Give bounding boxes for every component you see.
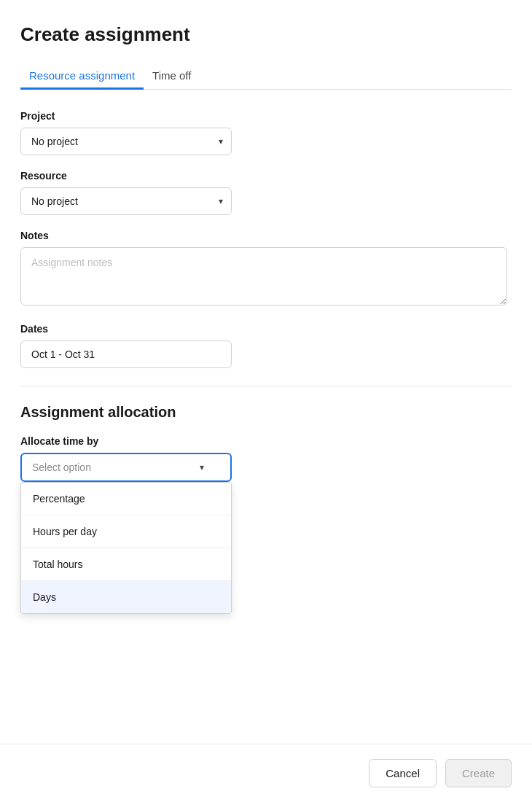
page-container: Create assignment Resource assignment Ti… — [0, 0, 532, 802]
dropdown-item-hours-per-day[interactable]: Hours per day — [21, 515, 231, 548]
dropdown-item-days[interactable]: Days — [21, 581, 231, 613]
allocate-dropdown-wrapper: Select option ▾ Percentage Hours per day… — [20, 453, 232, 482]
resource-select-wrapper: No project ▾ — [20, 187, 232, 215]
resource-section: Resource No project ▾ — [20, 170, 512, 215]
allocation-title: Assignment allocation — [20, 404, 512, 421]
tabs-container: Resource assignment Time off — [20, 63, 512, 90]
page-title: Create assignment — [20, 23, 512, 46]
tab-time-off[interactable]: Time off — [144, 63, 200, 90]
resource-label: Resource — [20, 170, 512, 182]
allocation-section: Assignment allocation Allocate time by S… — [20, 404, 512, 482]
project-section: Project No project ▾ — [20, 110, 512, 155]
allocate-time-section: Allocate time by Select option ▾ Percent… — [20, 435, 512, 482]
dropdown-chevron-icon: ▾ — [200, 462, 204, 472]
dropdown-placeholder-text: Select option — [32, 462, 91, 473]
project-label: Project — [20, 110, 512, 122]
section-divider — [20, 386, 512, 386]
notes-textarea[interactable] — [20, 247, 507, 305]
project-select-wrapper: No project ▾ — [20, 128, 232, 155]
notes-label: Notes — [20, 230, 512, 241]
allocate-time-label: Allocate time by — [20, 435, 512, 447]
cancel-button[interactable]: Cancel — [369, 759, 437, 787]
dropdown-item-total-hours[interactable]: Total hours — [21, 548, 231, 581]
footer: Cancel Create — [0, 744, 532, 802]
dates-label: Dates — [20, 323, 512, 335]
notes-section: Notes — [20, 230, 512, 308]
create-button[interactable]: Create — [445, 759, 512, 787]
tab-resource-assignment[interactable]: Resource assignment — [20, 63, 144, 90]
project-select[interactable]: No project — [20, 128, 232, 155]
dates-section: Dates — [20, 323, 512, 368]
resource-select[interactable]: No project — [20, 187, 232, 215]
dropdown-item-percentage[interactable]: Percentage — [21, 483, 231, 515]
allocate-dropdown-trigger[interactable]: Select option ▾ — [20, 453, 232, 482]
dropdown-menu: Percentage Hours per day Total hours Day… — [20, 482, 232, 614]
dates-input[interactable] — [20, 340, 232, 368]
